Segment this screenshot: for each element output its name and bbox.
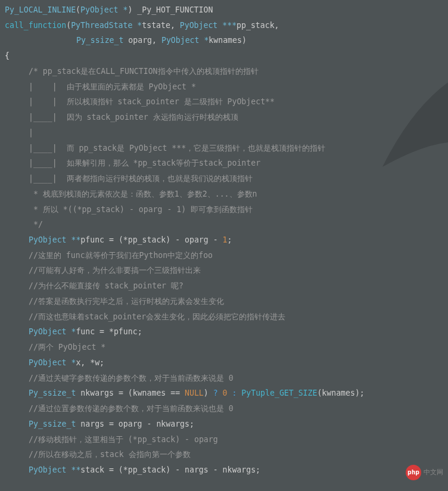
comment-line: //可能有人好奇，为什么非要搞一个三级指针出来	[5, 263, 443, 278]
code-nargs-decl: Py_ssize_t nargs = oparg - nkwargs;	[5, 417, 443, 432]
comment-line: //通过位置参数传递的参数个数，对于当前函数来说也是 0	[5, 401, 443, 417]
comment-line: |____| 因为 stack_pointer 永远指向运行时栈的栈顶	[5, 110, 443, 125]
code-block: Py_LOCAL_INLINE(PyObject *) _Py_HOT_FUNC…	[5, 2, 443, 478]
comment-line: //移动栈指针，这里相当于 (*pp_stack) - oparg	[5, 432, 443, 448]
signature-line-1: Py_LOCAL_INLINE(PyObject *) _Py_HOT_FUNC…	[5, 2, 443, 18]
code-nkwargs-decl: Py_ssize_t nkwargs = (kwnames == NULL) ?…	[5, 386, 443, 401]
watermark: php 中文网	[406, 465, 443, 480]
comment-line: |____| 而 pp_stack是 PyObject ***，它是三级指针，也…	[5, 141, 443, 156]
open-brace: {	[5, 48, 443, 64]
comment-line: |____| 如果解引用，那么 *pp_stack等价于stack_pointe…	[5, 156, 443, 171]
comment-line: //而这也意味着stack_pointer会发生变化，因此必须把它的指针传进去	[5, 309, 443, 325]
comment-line: |____| 两者都指向运行时栈的栈顶，也就是我们说的栈顶指针	[5, 171, 443, 187]
comment-line: | | 所以栈顶指针 stack_pointer 是二级指针 PyObject*…	[5, 94, 443, 110]
comment-line: //为什么不能直接传 stack_pointer 呢?	[5, 278, 443, 294]
comment-line: | | 由于栈里面的元素都是 PyObject *	[5, 79, 443, 95]
code-func-decl: PyObject *func = *pfunc;	[5, 324, 443, 340]
signature-line-3: Py_ssize_t oparg, PyObject *kwnames)	[5, 33, 443, 48]
comment-line: //通过关键字参数传递的参数个数，对于当前函数来说是 0	[5, 371, 443, 386]
code-xw-decl: PyObject *x, *w;	[5, 355, 443, 371]
comment-line: /* pp_stack是在CALL_FUNCTION指令中传入的栈顶指针的指针	[5, 64, 443, 79]
php-logo-icon: php	[406, 465, 421, 480]
comment-line: * 所以 *((*pp_stack) - oparg - 1) 即可拿到函数指针	[5, 202, 443, 217]
comment-line: */	[5, 217, 443, 232]
comment-line: * 栈底到栈顶的元素依次是：函数、参数1、参数2、...、参数n	[5, 187, 443, 202]
comment-line: //答案是函数执行完毕之后，运行时栈的元素会发生变化	[5, 294, 443, 309]
signature-line-2: call_function(PyThreadState *tstate, PyO…	[5, 18, 443, 33]
comment-line: |	[5, 125, 443, 141]
comment-line: //所以在移动之后，stack 会指向第一个参数	[5, 447, 443, 462]
comment-line: //两个 PyObject *	[5, 340, 443, 355]
watermark-text: 中文网	[424, 466, 443, 478]
comment-line: //这里的 func就等价于我们在Python中定义的foo	[5, 248, 443, 263]
code-pfunc-decl: PyObject **pfunc = (*pp_stack) - oparg -…	[5, 232, 443, 248]
code-stack-decl: PyObject **stack = (*pp_stack) - nargs -…	[5, 462, 443, 478]
